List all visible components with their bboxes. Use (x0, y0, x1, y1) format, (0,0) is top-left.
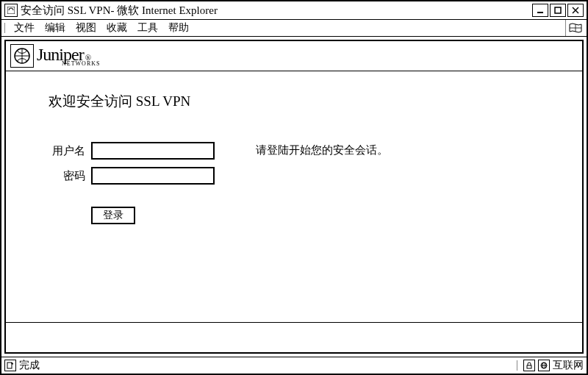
ie-page-icon (4, 4, 18, 17)
window-title: 安全访问 SSL VPN- 微软 Internet Explorer (21, 4, 531, 18)
maximize-button[interactable] (550, 4, 566, 17)
login-button-row: 登录 (91, 207, 547, 224)
menu-edit[interactable]: 编辑 (40, 20, 70, 36)
form-area: 用户名 密码 请登陆开始您的安全会话。 (41, 142, 547, 192)
inner-bottom-panel (6, 322, 582, 352)
browser-window: 安全访问 SSL VPN- 微软 Internet Explorer 文件 编辑… (0, 0, 588, 375)
svg-rect-10 (7, 362, 12, 368)
status-zone-text: 互联网 (553, 359, 584, 372)
content-outer: Juniper ® NETWORKS 欢迎安全访问 SSL VPN 用户名 (1, 37, 587, 357)
content-inner: Juniper ® NETWORKS 欢迎安全访问 SSL VPN 用户名 (4, 40, 584, 354)
svg-rect-11 (527, 365, 531, 368)
minimize-button[interactable] (532, 4, 548, 17)
svg-rect-2 (555, 7, 561, 13)
menu-file[interactable]: 文件 (10, 20, 39, 36)
status-left: 完成 (4, 359, 40, 372)
windows-flag-icon (569, 23, 582, 33)
password-row: 密码 (41, 167, 215, 192)
menu-right (565, 20, 584, 36)
password-label: 密码 (41, 167, 91, 192)
brand-text-wrap: Juniper ® NETWORKS (37, 45, 100, 67)
status-bar: 完成 互联网 (1, 357, 587, 374)
menu-bar: 文件 编辑 视图 收藏 工具 帮助 (1, 20, 587, 37)
password-input[interactable] (91, 167, 215, 185)
login-button[interactable]: 登录 (91, 207, 135, 224)
status-right: 互联网 (514, 359, 584, 372)
login-hint: 请登陆开始您的安全会话。 (256, 142, 388, 157)
username-label: 用户名 (41, 142, 91, 167)
lock-icon (523, 360, 535, 371)
brand-bar: Juniper ® NETWORKS (6, 41, 582, 71)
close-button[interactable] (567, 4, 584, 17)
page-body: 欢迎安全访问 SSL VPN 用户名 密码 (6, 71, 582, 322)
document-icon (4, 360, 16, 371)
username-input[interactable] (91, 142, 215, 160)
menu-favorites[interactable]: 收藏 (102, 20, 132, 36)
username-row: 用户名 (41, 142, 215, 167)
status-done-text: 完成 (19, 359, 40, 372)
status-separator (517, 360, 517, 371)
title-bar: 安全访问 SSL VPN- 微软 Internet Explorer (1, 1, 587, 20)
login-form: 用户名 密码 (41, 142, 215, 192)
brand-subtitle: NETWORKS (62, 60, 100, 67)
menu-view[interactable]: 视图 (71, 20, 101, 36)
juniper-logo-icon (10, 44, 34, 68)
zone-globe-icon (538, 360, 550, 371)
page-heading: 欢迎安全访问 SSL VPN (49, 92, 547, 111)
menu-divider (4, 23, 5, 33)
menu-tools[interactable]: 工具 (133, 20, 162, 36)
menu-help[interactable]: 帮助 (164, 20, 193, 36)
